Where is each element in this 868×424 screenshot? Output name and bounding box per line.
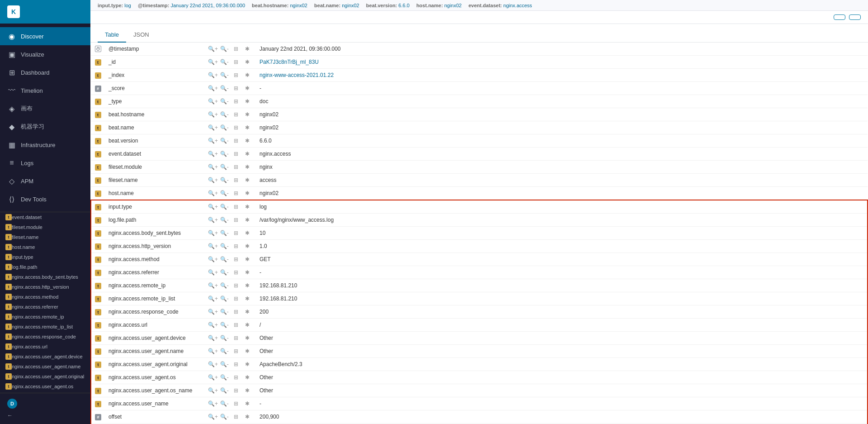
toggle-column-icon[interactable]: ⊞ bbox=[232, 84, 240, 92]
sidebar-field-nginx-access-http_version[interactable]: tnginx.access.http_version bbox=[0, 282, 90, 292]
filter-exists-icon[interactable]: ✱ bbox=[243, 45, 251, 53]
sidebar-field-fileset-module[interactable]: tfileset.module bbox=[0, 222, 90, 232]
magnify-minus-icon[interactable]: 🔍- bbox=[220, 229, 228, 237]
sidebar-item-visualize[interactable]: ▣Visualize bbox=[0, 45, 90, 63]
magnify-plus-icon[interactable]: 🔍+ bbox=[209, 360, 217, 368]
sidebar-item-dashboard[interactable]: ⊞Dashboard bbox=[0, 63, 90, 81]
magnify-minus-icon[interactable]: 🔍- bbox=[220, 242, 228, 250]
sidebar-field-nginx-access-body_sent-bytes[interactable]: tnginx.access.body_sent.bytes bbox=[0, 272, 90, 282]
toggle-column-icon[interactable]: ⊞ bbox=[232, 124, 240, 132]
sidebar-item-discover[interactable]: ◉Discover bbox=[0, 27, 90, 45]
filter-exists-icon[interactable]: ✱ bbox=[243, 334, 251, 342]
filter-exists-icon[interactable]: ✱ bbox=[243, 242, 251, 250]
filter-exists-icon[interactable]: ✱ bbox=[243, 203, 251, 211]
toggle-column-icon[interactable]: ⊞ bbox=[232, 321, 240, 329]
single-doc-button[interactable] bbox=[849, 14, 861, 20]
magnify-plus-icon[interactable]: 🔍+ bbox=[209, 110, 217, 119]
filter-exists-icon[interactable]: ✱ bbox=[243, 124, 251, 132]
filter-exists-icon[interactable]: ✱ bbox=[243, 189, 251, 197]
sidebar-field-nginx-access-method[interactable]: tnginx.access.method bbox=[0, 292, 90, 302]
filter-exists-icon[interactable]: ✱ bbox=[243, 176, 251, 184]
sidebar-item-infra[interactable]: ▦Infrastructure bbox=[0, 136, 90, 154]
magnify-plus-icon[interactable]: 🔍+ bbox=[209, 373, 217, 381]
filter-exists-icon[interactable]: ✱ bbox=[243, 373, 251, 381]
filter-exists-icon[interactable]: ✱ bbox=[243, 413, 251, 421]
toggle-column-icon[interactable]: ⊞ bbox=[232, 281, 240, 290]
sidebar-field-host-name[interactable]: thost.name bbox=[0, 242, 90, 252]
magnify-plus-icon[interactable]: 🔍+ bbox=[209, 216, 217, 224]
magnify-plus-icon[interactable]: 🔍+ bbox=[209, 189, 217, 197]
sidebar-field-nginx-access-user_agent-original[interactable]: tnginx.access.user_agent.original bbox=[0, 372, 90, 381]
toggle-column-icon[interactable]: ⊞ bbox=[232, 176, 240, 184]
sidebar-field-event-dataset[interactable]: tevent.dataset bbox=[0, 212, 90, 222]
magnify-minus-icon[interactable]: 🔍- bbox=[220, 373, 228, 381]
magnify-plus-icon[interactable]: 🔍+ bbox=[209, 400, 217, 408]
filter-exists-icon[interactable]: ✱ bbox=[243, 71, 251, 79]
toggle-column-icon[interactable]: ⊞ bbox=[232, 308, 240, 316]
magnify-plus-icon[interactable]: 🔍+ bbox=[209, 268, 217, 276]
toggle-column-icon[interactable]: ⊞ bbox=[232, 71, 240, 79]
magnify-minus-icon[interactable]: 🔍- bbox=[220, 400, 228, 408]
sidebar-field-log-file-path[interactable]: tlog.file.path bbox=[0, 262, 90, 272]
toggle-column-icon[interactable]: ⊞ bbox=[232, 386, 240, 395]
magnify-minus-icon[interactable]: 🔍- bbox=[220, 386, 228, 395]
toggle-column-icon[interactable]: ⊞ bbox=[232, 150, 240, 158]
magnify-plus-icon[interactable]: 🔍+ bbox=[209, 84, 217, 92]
toggle-column-icon[interactable]: ⊞ bbox=[232, 413, 240, 421]
magnify-minus-icon[interactable]: 🔍- bbox=[220, 150, 228, 158]
magnify-minus-icon[interactable]: 🔍- bbox=[220, 268, 228, 276]
magnify-minus-icon[interactable]: 🔍- bbox=[220, 84, 228, 92]
magnify-minus-icon[interactable]: 🔍- bbox=[220, 334, 228, 342]
sidebar-field-nginx-access-user_agent-device[interactable]: tnginx.access.user_agent.device bbox=[0, 352, 90, 362]
sidebar-item-devtools[interactable]: ⟨⟩Dev Tools bbox=[0, 190, 90, 208]
magnify-plus-icon[interactable]: 🔍+ bbox=[209, 229, 217, 237]
magnify-minus-icon[interactable]: 🔍- bbox=[220, 347, 228, 355]
filter-exists-icon[interactable]: ✱ bbox=[243, 281, 251, 290]
magnify-minus-icon[interactable]: 🔍- bbox=[220, 413, 228, 421]
magnify-plus-icon[interactable]: 🔍+ bbox=[209, 137, 217, 145]
magnify-plus-icon[interactable]: 🔍+ bbox=[209, 321, 217, 329]
tab-json[interactable]: JSON bbox=[126, 28, 156, 43]
filter-exists-icon[interactable]: ✱ bbox=[243, 295, 251, 303]
magnify-plus-icon[interactable]: 🔍+ bbox=[209, 281, 217, 290]
magnify-minus-icon[interactable]: 🔍- bbox=[220, 255, 228, 263]
magnify-minus-icon[interactable]: 🔍- bbox=[220, 110, 228, 119]
toggle-column-icon[interactable]: ⊞ bbox=[232, 97, 240, 105]
sidebar-item-canvas[interactable]: ◈画布 bbox=[0, 100, 90, 118]
filter-exists-icon[interactable]: ✱ bbox=[243, 360, 251, 368]
filter-exists-icon[interactable]: ✱ bbox=[243, 400, 251, 408]
filter-exists-icon[interactable]: ✱ bbox=[243, 268, 251, 276]
magnify-minus-icon[interactable]: 🔍- bbox=[220, 189, 228, 197]
sidebar-item-logs[interactable]: ≡Logs bbox=[0, 154, 90, 172]
filter-exists-icon[interactable]: ✱ bbox=[243, 110, 251, 119]
magnify-plus-icon[interactable]: 🔍+ bbox=[209, 203, 217, 211]
magnify-plus-icon[interactable]: 🔍+ bbox=[209, 295, 217, 303]
magnify-plus-icon[interactable]: 🔍+ bbox=[209, 163, 217, 171]
view-surrounding-button[interactable] bbox=[834, 14, 845, 20]
sidebar-item-timelion[interactable]: 〰Timelion bbox=[0, 81, 90, 100]
toggle-column-icon[interactable]: ⊞ bbox=[232, 400, 240, 408]
magnify-plus-icon[interactable]: 🔍+ bbox=[209, 45, 217, 53]
filter-exists-icon[interactable]: ✱ bbox=[243, 97, 251, 105]
magnify-minus-icon[interactable]: 🔍- bbox=[220, 216, 228, 224]
sidebar-field-nginx-access-response_code[interactable]: tnginx.access.response_code bbox=[0, 332, 90, 342]
magnify-minus-icon[interactable]: 🔍- bbox=[220, 45, 228, 53]
magnify-plus-icon[interactable]: 🔍+ bbox=[209, 150, 217, 158]
magnify-plus-icon[interactable]: 🔍+ bbox=[209, 347, 217, 355]
filter-exists-icon[interactable]: ✱ bbox=[243, 347, 251, 355]
toggle-column-icon[interactable]: ⊞ bbox=[232, 216, 240, 224]
filter-exists-icon[interactable]: ✱ bbox=[243, 137, 251, 145]
filter-exists-icon[interactable]: ✱ bbox=[243, 58, 251, 66]
sidebar-item-monitoring[interactable]: ◎Monitoring bbox=[0, 208, 90, 212]
magnify-minus-icon[interactable]: 🔍- bbox=[220, 176, 228, 184]
magnify-minus-icon[interactable]: 🔍- bbox=[220, 308, 228, 316]
toggle-column-icon[interactable]: ⊞ bbox=[232, 58, 240, 66]
magnify-plus-icon[interactable]: 🔍+ bbox=[209, 413, 217, 421]
filter-exists-icon[interactable]: ✱ bbox=[243, 386, 251, 395]
filter-exists-icon[interactable]: ✱ bbox=[243, 308, 251, 316]
toggle-column-icon[interactable]: ⊞ bbox=[232, 360, 240, 368]
toggle-column-icon[interactable]: ⊞ bbox=[232, 110, 240, 119]
sidebar-field-nginx-access-user_agent-name[interactable]: tnginx.access.user_agent.name bbox=[0, 362, 90, 372]
sidebar-item-ml[interactable]: ◆机器学习 bbox=[0, 118, 90, 136]
tab-table[interactable]: Table bbox=[98, 28, 126, 43]
